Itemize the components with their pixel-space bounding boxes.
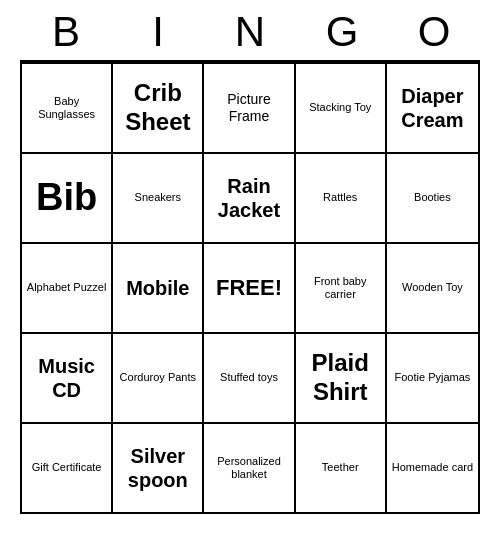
bingo-cell: Alphabet Puzzel: [22, 244, 113, 332]
bingo-cell: Mobile: [113, 244, 204, 332]
bingo-cell: Plaid Shirt: [296, 334, 387, 422]
letter-n: N: [208, 8, 292, 56]
bingo-row: Music CDCorduroy PantsStuffed toysPlaid …: [22, 332, 478, 422]
bingo-cell: Stacking Toy: [296, 64, 387, 152]
bingo-row: BibSneakersRain JacketRattlesBooties: [22, 152, 478, 242]
bingo-grid: Baby SunglassesCrib SheetPicture FrameSt…: [20, 60, 480, 514]
bingo-cell: Front baby carrier: [296, 244, 387, 332]
bingo-row: Baby SunglassesCrib SheetPicture FrameSt…: [22, 62, 478, 152]
bingo-row: Alphabet PuzzelMobileFREE!Front baby car…: [22, 242, 478, 332]
bingo-cell: Diaper Cream: [387, 64, 478, 152]
letter-i: I: [116, 8, 200, 56]
bingo-cell: Rain Jacket: [204, 154, 295, 242]
bingo-cell: Baby Sunglasses: [22, 64, 113, 152]
bingo-cell: FREE!: [204, 244, 295, 332]
bingo-cell: Personalized blanket: [204, 424, 295, 512]
letter-o: O: [392, 8, 476, 56]
bingo-cell: Picture Frame: [204, 64, 295, 152]
bingo-title: B I N G O: [20, 0, 480, 60]
bingo-cell: Corduroy Pants: [113, 334, 204, 422]
bingo-cell: Crib Sheet: [113, 64, 204, 152]
letter-g: G: [300, 8, 384, 56]
bingo-cell: Footie Pyjamas: [387, 334, 478, 422]
letter-b: B: [24, 8, 108, 56]
bingo-cell: Teether: [296, 424, 387, 512]
bingo-cell: Rattles: [296, 154, 387, 242]
bingo-cell: Music CD: [22, 334, 113, 422]
bingo-row: Gift CertificateSilver spoonPersonalized…: [22, 422, 478, 512]
bingo-cell: Homemade card: [387, 424, 478, 512]
bingo-cell: Wooden Toy: [387, 244, 478, 332]
bingo-cell: Silver spoon: [113, 424, 204, 512]
bingo-cell: Stuffed toys: [204, 334, 295, 422]
bingo-cell: Bib: [22, 154, 113, 242]
bingo-cell: Sneakers: [113, 154, 204, 242]
bingo-cell: Booties: [387, 154, 478, 242]
bingo-cell: Gift Certificate: [22, 424, 113, 512]
